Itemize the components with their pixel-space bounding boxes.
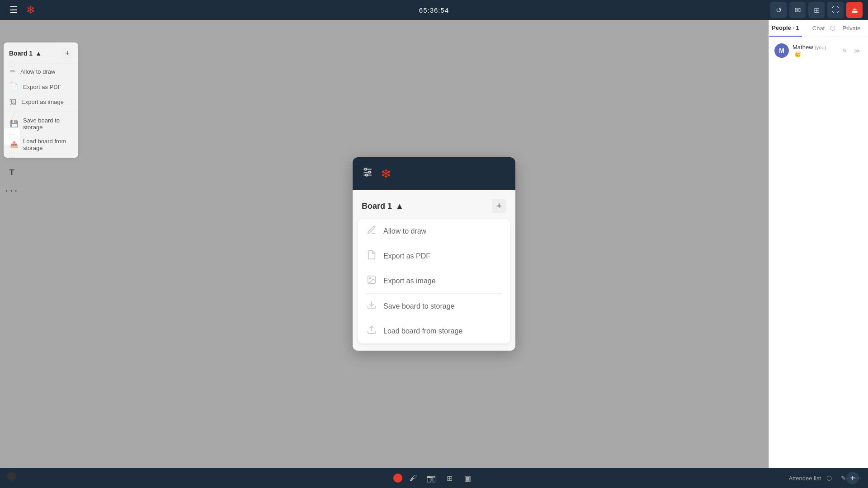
- right-panel-top-icons: ⬡ ✎ ⋯: [826, 22, 866, 34]
- avatar: M: [774, 43, 789, 58]
- left-dropdown-background: Board 1 ▲ + ✏ Allow to draw 📄 Export as …: [4, 42, 78, 158]
- allow-draw-label-bg: Allow to draw: [20, 68, 55, 75]
- allow-draw-item-bg[interactable]: ✏ Allow to draw: [4, 64, 78, 79]
- tab-people[interactable]: People · 1: [769, 20, 802, 37]
- left-dropdown-header: Board 1 ▲ +: [4, 45, 78, 64]
- person-info: Mathew (you) 👑: [793, 44, 835, 57]
- grid2-button[interactable]: ⊞: [442, 471, 457, 485]
- modal-add-board-button[interactable]: +: [492, 199, 506, 213]
- top-bar: ☰ ❄ 65:36:54 ↺ ✉ ⊞ ⛶ ⏏: [0, 0, 868, 20]
- svg-point-5: [366, 174, 368, 176]
- modal-pdf-icon: [366, 250, 377, 262]
- load-storage-item-bg[interactable]: 📤 Load board from storage: [4, 134, 78, 155]
- add-board-button[interactable]: +: [62, 48, 73, 59]
- panel-expand-button[interactable]: ⬡: [826, 22, 839, 34]
- chevron-up-icon: ▲: [35, 50, 42, 57]
- modal-save-icon: [366, 300, 377, 312]
- attendee-expand-button[interactable]: ⬡: [823, 472, 835, 484]
- modal-chevron-up-icon: ▲: [396, 202, 404, 211]
- person-more-button[interactable]: ≫: [852, 45, 863, 56]
- modal-allow-draw-label: Allow to draw: [383, 227, 426, 235]
- save-storage-item-bg[interactable]: 💾 Save board to storage: [4, 113, 78, 134]
- export-pdf-item-bg[interactable]: 📄 Export as PDF: [4, 79, 78, 94]
- image-icon: 🖼: [10, 98, 17, 106]
- export-image-label-bg: Export as image: [21, 99, 64, 105]
- hamburger-button[interactable]: ☰: [5, 2, 22, 18]
- modal-export-image-label: Export as image: [383, 277, 436, 285]
- modal-load-icon: [366, 325, 377, 337]
- person-name: Mathew: [793, 44, 815, 51]
- svg-point-7: [369, 277, 371, 279]
- board-title-button[interactable]: Board 1 ▲: [9, 50, 42, 57]
- person-row: M Mathew (you) 👑 ✎ ≫: [773, 41, 864, 61]
- modal-export-image-item[interactable]: Export as image: [358, 268, 510, 293]
- modal-image-icon: [366, 275, 377, 287]
- people-list: M Mathew (you) 👑 ✎ ≫: [769, 37, 868, 64]
- modal-load-storage-label: Load board from storage: [383, 327, 462, 335]
- top-bar-left: ☰ ❄: [5, 2, 35, 18]
- timer-display: 65:36:54: [419, 6, 449, 14]
- modal-save-storage-label: Save board to storage: [383, 302, 454, 310]
- modal-pen-icon: [366, 225, 377, 237]
- svg-point-4: [368, 171, 370, 173]
- board-menu-modal: ❄ Board 1 ▲ +: [353, 157, 515, 351]
- modal-save-storage-item[interactable]: Save board to storage: [358, 294, 510, 319]
- modal-header: ❄: [353, 157, 515, 190]
- pdf-icon: 📄: [10, 83, 19, 91]
- email-button[interactable]: ✉: [789, 2, 806, 18]
- modal-menu: Allow to draw Export as PDF: [358, 219, 510, 343]
- exit-button[interactable]: ⏏: [846, 2, 863, 18]
- bottom-dot-button[interactable]: [7, 472, 16, 481]
- brush-button[interactable]: 🖌: [406, 471, 420, 485]
- record-button[interactable]: [393, 474, 402, 483]
- layout-button[interactable]: ▣: [460, 471, 475, 485]
- person-you-label: (you): [815, 45, 826, 50]
- undo-button[interactable]: ↺: [770, 2, 787, 18]
- person-actions: ✎ ≫: [839, 45, 863, 56]
- adjust-icon: [362, 166, 373, 181]
- bottom-right: Attendee list ⬡ ✎ ⋯: [788, 468, 868, 488]
- top-bar-right: ↺ ✉ ⊞ ⛶ ⏏: [770, 2, 863, 18]
- canvas-area[interactable]: Board 1 ▲ + ✏ Allow to draw 📄 Export as …: [0, 20, 868, 488]
- bottom-left-dot: [7, 472, 16, 483]
- export-pdf-label-bg: Export as PDF: [23, 84, 61, 90]
- attendee-more-button[interactable]: ⋯: [852, 472, 864, 484]
- save-storage-label-bg: Save board to storage: [23, 117, 72, 131]
- modal-body: Board 1 ▲ + All: [353, 190, 515, 351]
- modal-allow-draw-item[interactable]: Allow to draw: [358, 219, 510, 244]
- modal-logo-icon: ❄: [381, 166, 391, 181]
- app-logo: ❄: [26, 4, 35, 16]
- export-image-item-bg[interactable]: 🖼 Export as image: [4, 94, 78, 109]
- attendee-list-label: Attendee list: [788, 475, 821, 482]
- grid-button[interactable]: ⊞: [808, 2, 825, 18]
- camera-button[interactable]: 📷: [424, 471, 439, 485]
- load-icon: 📤: [10, 141, 19, 149]
- svg-point-3: [365, 168, 367, 170]
- modal-export-pdf-item[interactable]: Export as PDF: [358, 244, 510, 268]
- pen-icon: ✏: [10, 67, 16, 75]
- bottom-bar: 🖌 📷 ⊞ ▣ + Attendee list ⬡ ✎ ⋯: [0, 468, 868, 488]
- panel-more-button[interactable]: ⋯: [854, 22, 866, 34]
- more-tools-button[interactable]: • • •: [4, 183, 20, 199]
- text-tool-button[interactable]: T: [4, 164, 20, 181]
- modal-export-pdf-label: Export as PDF: [383, 252, 430, 260]
- modal-board-name: Board 1: [362, 202, 392, 211]
- fullscreen-button[interactable]: ⛶: [827, 2, 844, 18]
- person-edit-button[interactable]: ✎: [839, 45, 850, 56]
- save-icon: 💾: [10, 120, 19, 128]
- right-panel: People · 1 Chat Private ⬡ ✎ ⋯ M Mathew (…: [769, 20, 868, 468]
- panel-edit-button[interactable]: ✎: [840, 22, 853, 34]
- modal-board-title-button[interactable]: Board 1 ▲: [362, 202, 404, 211]
- modal-load-storage-item[interactable]: Load board from storage: [358, 319, 510, 343]
- board-name-label: Board 1: [9, 50, 33, 57]
- crown-icon: 👑: [794, 51, 801, 57]
- attendee-edit-button[interactable]: ✎: [837, 472, 850, 484]
- modal-overlay: ❄ Board 1 ▲ +: [0, 40, 868, 468]
- load-storage-label-bg: Load board from storage: [23, 138, 72, 151]
- modal-board-row: Board 1 ▲ +: [353, 194, 515, 219]
